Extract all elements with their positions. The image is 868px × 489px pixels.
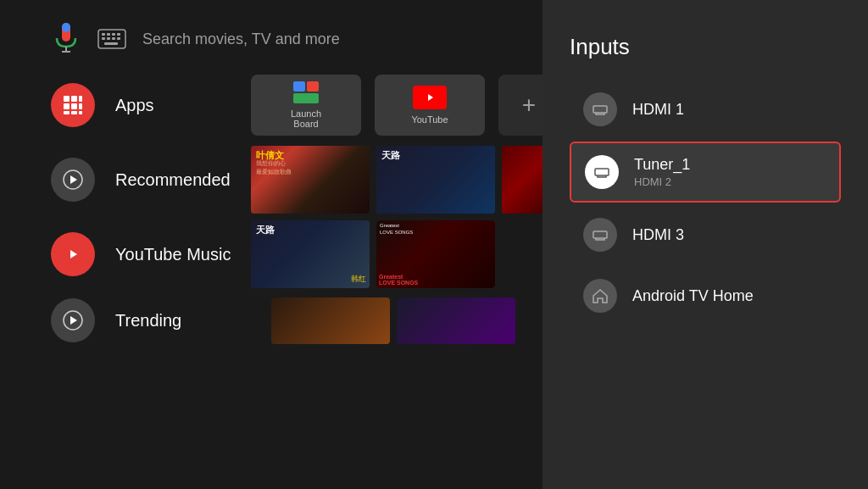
trending-thumb-2[interactable]: [397, 297, 515, 344]
svg-rect-8: [117, 33, 120, 36]
tuner1-sub: HDMI 2: [634, 175, 690, 188]
svg-rect-9: [102, 37, 105, 40]
svg-rect-25: [293, 93, 319, 103]
svg-rect-16: [79, 96, 82, 102]
svg-rect-24: [307, 81, 319, 92]
recommended-thumb-2[interactable]: 天路: [376, 146, 495, 214]
yt-music-thumb-1[interactable]: 天路 韩红: [251, 220, 370, 288]
tuner1-name: Tuner_1: [634, 156, 690, 174]
svg-marker-26: [428, 94, 433, 101]
input-item-hdmi1[interactable]: HDMI 1: [570, 81, 841, 138]
svg-rect-1: [62, 23, 70, 32]
trending-row: Trending: [0, 295, 542, 346]
youtube-music-thumbnails: 天路 韩红 GreatestLOVE SONGS GreatestLOVE SO…: [251, 220, 542, 288]
svg-rect-5: [102, 33, 105, 36]
mic-icon[interactable]: [51, 24, 81, 54]
hdmi3-icon: [583, 218, 617, 252]
svg-rect-23: [293, 81, 305, 92]
svg-rect-18: [71, 103, 77, 109]
svg-rect-13: [104, 42, 118, 45]
svg-rect-33: [593, 106, 607, 113]
tuner1-icon: [585, 155, 619, 189]
apps-thumbnails: LaunchBoard YouTube +: [251, 75, 559, 136]
svg-rect-17: [64, 103, 70, 109]
recommended-label: Recommended: [115, 170, 251, 190]
svg-rect-10: [107, 37, 110, 40]
svg-rect-11: [112, 37, 115, 40]
youtube-music-row: YouTube Music 天路 韩红 GreatestLOVE SONGS G…: [0, 220, 542, 288]
keyboard-icon[interactable]: [97, 24, 127, 54]
yt-music-thumb-2[interactable]: GreatestLOVE SONGS GreatestLOVE SONGS: [376, 220, 495, 288]
youtube-music-nav-icon[interactable]: [51, 232, 95, 276]
youtube-music-label: YouTube Music: [115, 245, 251, 264]
svg-marker-32: [70, 316, 77, 325]
android-tv-home-name: Android TV Home: [632, 287, 754, 305]
svg-rect-22: [79, 111, 82, 114]
svg-rect-6: [107, 33, 110, 36]
svg-rect-14: [64, 96, 70, 102]
trending-thumb-1[interactable]: [271, 297, 390, 344]
trending-nav-icon[interactable]: [51, 298, 95, 342]
apps-nav-icon[interactable]: [51, 83, 95, 127]
recommended-thumb-1[interactable]: 叶倩文 我想你的心最爱如故歌曲: [251, 146, 370, 214]
tuner1-info: Tuner_1 HDMI 2: [634, 156, 690, 188]
inputs-panel-title: Inputs: [570, 34, 841, 60]
svg-rect-20: [64, 111, 70, 114]
apps-row: Apps LaunchBoard: [0, 71, 542, 139]
svg-rect-7: [112, 33, 115, 36]
svg-rect-15: [71, 96, 77, 102]
svg-marker-28: [70, 175, 77, 184]
input-item-hdmi3[interactable]: HDMI 3: [570, 206, 841, 264]
hdmi1-name: HDMI 1: [632, 101, 684, 119]
hdmi3-name: HDMI 3: [632, 226, 684, 244]
android-tv-home-info: Android TV Home: [632, 287, 754, 305]
input-item-tuner1[interactable]: Tuner_1 HDMI 2: [570, 142, 841, 203]
left-panel: Search movies, TV and more Apps: [0, 0, 542, 489]
trending-label: Trending: [115, 311, 251, 331]
recommended-nav-icon[interactable]: [51, 158, 95, 202]
hdmi3-info: HDMI 3: [632, 226, 684, 244]
search-input-placeholder[interactable]: Search movies, TV and more: [142, 31, 340, 48]
trending-thumbnails: [271, 297, 515, 344]
svg-rect-21: [71, 111, 77, 114]
launch-board-card[interactable]: LaunchBoard: [251, 75, 361, 136]
inputs-panel: Inputs HDMI 1 Tuner_1 HDMI 2: [542, 0, 868, 489]
svg-rect-35: [593, 231, 607, 238]
svg-rect-12: [117, 37, 120, 40]
hdmi1-info: HDMI 1: [632, 101, 684, 119]
search-bar: Search movies, TV and more: [0, 0, 542, 71]
android-tv-home-icon: [583, 279, 617, 313]
svg-rect-19: [79, 103, 82, 109]
youtube-card[interactable]: YouTube: [375, 75, 485, 136]
input-item-android-tv-home[interactable]: Android TV Home: [570, 267, 841, 325]
svg-rect-34: [595, 169, 609, 175]
hdmi1-icon: [583, 92, 617, 126]
apps-label: Apps: [115, 96, 251, 115]
recommended-row: Recommended 叶倩文 我想你的心最爱如故歌曲 天路 韩红: [0, 146, 542, 214]
